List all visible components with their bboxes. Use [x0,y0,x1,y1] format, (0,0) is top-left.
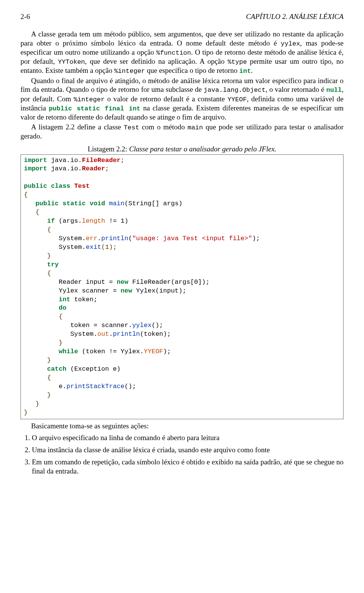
keyword-null: null [326,87,342,94]
code-text: (Exception e) [66,365,121,373]
keyword-public-static-final-int: public static final int [49,105,141,112]
code-text: token = scanner. [24,322,132,329]
code-text: (String[] args) [124,200,182,207]
kw-try: try [47,261,59,268]
code-text: Reader input = [24,278,117,286]
paragraph-4: Basicamente toma-se as seguintes ações: [20,422,344,431]
paren: ); [252,235,260,242]
code-text: java.io. [47,165,82,172]
code-inline: %integer [114,68,145,75]
kw-new: new [121,287,132,294]
caption-text: Classe para testar o analisador gerado p… [127,145,276,153]
kw-public: public [36,200,59,207]
code-inline: YYToken [58,58,85,66]
code-text: System. [24,235,86,242]
code-text: (token != Yylex. [78,348,144,355]
code-inline: yylex [281,40,300,47]
paren: ( [128,235,132,242]
page: 2-6 CAPÍTULO 2. ANÁLISE LÉXICA A classe … [0,0,364,494]
fn-printstacktrace: printStackTrace [66,383,124,390]
listing-caption: Listagem 2.2: Classe para testar o anali… [20,145,344,154]
kw-import: import [24,165,47,172]
brace-close: } [47,252,51,260]
punct: ; [121,157,124,164]
code-inline: %integer [74,96,105,103]
fn-main: main [109,200,124,207]
punct: ; [105,165,109,172]
paragraph-1: A classe gerada tem um método público, s… [20,30,344,76]
kw-if: if [47,217,55,225]
kw-while: while [59,348,78,355]
code-listing: import java.io.FileReader; import java.i… [20,154,344,419]
code-inline: %type [228,58,247,66]
code-text: (token); [140,330,171,338]
text: . [251,66,253,74]
brace-open: { [36,209,39,216]
kw-public: public [24,182,47,190]
code-text: e. [24,383,66,390]
brace-open: { [24,191,28,198]
paragraph-3: A listagem 2.2 define a classe Test com … [20,123,344,141]
text: A listagem 2.2 define a classe [31,123,124,131]
chapter-title: CAPÍTULO 2. ANÁLISE LÉXICA [246,12,344,21]
fn-exit: exit [86,244,101,251]
type-filereader: FileReader [82,157,121,164]
fn-println: println [113,330,140,338]
caption-label: Listagem 2.2: [88,145,127,153]
code-text: FileReader(args[0]); [128,278,209,286]
brace-close: } [24,409,28,416]
list-item: Uma instância da classe de análise léxic… [32,445,344,455]
paragraph-2: Quando o final de arquivo é atingido, o … [20,76,344,122]
code-inline: %function [156,49,191,57]
keyword-int: int [239,68,251,75]
brace-close: } [59,339,63,346]
kw-int: int [59,296,71,303]
code-text: (); [152,322,163,329]
member-err: err [86,235,97,242]
kw-class: class [51,182,70,190]
list-item: O arquivo especificado na linha de coman… [32,433,344,442]
kw-new: new [117,278,129,286]
code-text: token; [70,296,97,303]
code-text: ); [163,348,171,355]
member-out: out [97,330,109,338]
page-header: 2-6 CAPÍTULO 2. ANÁLISE LÉXICA [20,12,344,21]
fn-yylex: yylex [132,322,152,329]
code-inline: YYEOF [228,96,247,103]
text: o valor de retorno default é a constante [105,95,228,103]
code-text: Yylex(input); [132,287,187,294]
text: com o método [139,123,187,131]
member-length: length [82,217,105,225]
brace-open: { [59,313,63,320]
dot: . [109,330,113,338]
code-text: System. [24,330,97,338]
code-text: System. [24,244,86,251]
text: , o valor retornado é [265,85,326,93]
type-reader: Reader [82,165,105,172]
brace-close: } [47,357,51,364]
type-test: Test [74,182,90,190]
num-arg: (1); [101,244,117,251]
page-number: 2-6 [20,12,30,21]
kw-static: static [63,200,86,207]
kw-catch: catch [47,365,66,373]
code-inline: main [187,124,203,131]
code-inline: java.lang.Object [204,87,265,94]
string-literal: "usage: java Test <input file>" [132,235,252,242]
brace-open: { [47,270,51,277]
dot: . [97,235,101,242]
brace-open: { [47,226,51,233]
brace-close: } [36,400,39,407]
brace-close: } [47,392,51,399]
code-text: (args. [55,217,82,225]
code-text: java.io. [47,157,82,164]
code-text: (); [124,383,136,390]
member-yyeof: YYEOF [144,348,163,355]
code-inline: Test [124,124,139,131]
code-text: != 1) [105,217,128,225]
list-item: Em um comando de repetição, cada símbolo… [32,458,344,476]
kw-void: void [89,200,105,207]
text: , que deve ser definido na aplicação. A … [85,57,228,65]
code-text: Yylex scanner = [24,287,121,294]
text: que específica o tipo de retorno [145,66,239,74]
